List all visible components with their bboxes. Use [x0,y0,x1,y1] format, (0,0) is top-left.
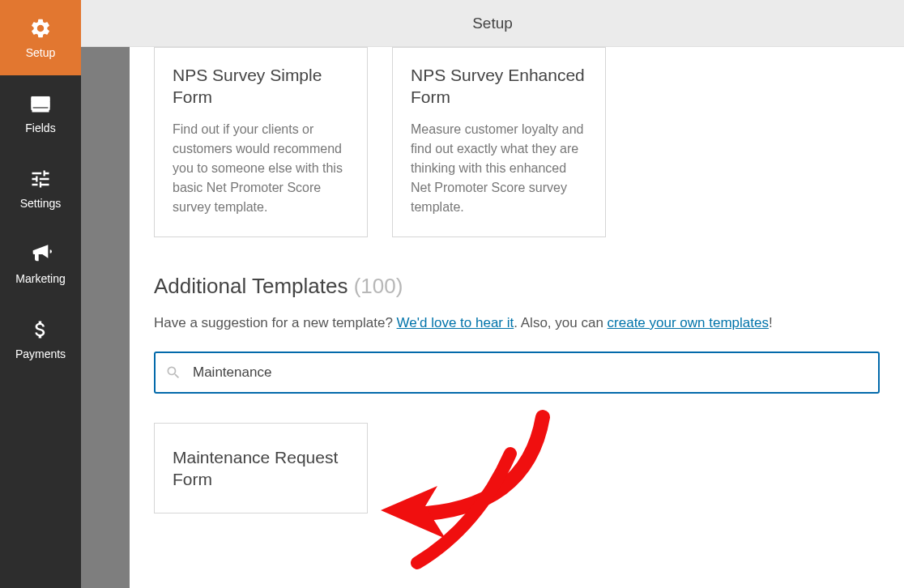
template-card-nps-enhanced[interactable]: NPS Survey Enhanced Form Measure custome… [392,47,606,237]
template-card-nps-simple[interactable]: NPS Survey Simple Form Find out if your … [154,47,368,237]
sidebar-item-fields[interactable]: Fields [0,75,81,151]
sidebar-label: Setup [26,46,56,59]
suggestion-link[interactable]: We'd love to hear it [397,315,514,330]
sidebar-label: Payments [15,347,66,360]
header-bar: Setup [81,0,904,47]
template-row: NPS Survey Simple Form Find out if your … [154,47,880,237]
gear-icon [29,17,52,40]
result-card-maintenance[interactable]: Maintenance Request Form [154,423,368,514]
subtext-suffix: ! [769,315,773,330]
template-title: NPS Survey Simple Form [173,64,349,109]
sidebar-label: Fields [25,121,55,134]
additional-subtext: Have a suggestion for a new template? We… [154,312,880,334]
bullhorn-icon [29,243,52,266]
template-description: Measure customer loyalty and find out ex… [411,120,587,217]
search-wrap [154,352,880,394]
sidebar-label: Settings [20,197,62,210]
search-icon [165,364,181,381]
sidebar-item-settings[interactable]: Settings [0,151,81,226]
result-title: Maintenance Request Form [173,446,349,491]
sidebar-item-setup[interactable]: Setup [0,0,81,75]
template-search-input[interactable] [154,352,880,394]
template-description: Find out if your clients or customers wo… [173,120,349,217]
main-content: NPS Survey Simple Form Find out if your … [130,47,904,588]
sliders-icon [29,168,52,190]
sidebar-item-payments[interactable]: Payments [0,301,81,377]
page-title: Setup [472,15,513,32]
sidebar-label: Marketing [15,272,65,285]
template-title: NPS Survey Enhanced Form [411,64,587,109]
dollar-icon [29,318,52,341]
additional-templates-heading: Additional Templates (100) [154,274,880,299]
list-icon [29,92,52,115]
subtext-mid: . Also, you can [514,315,607,330]
backdrop [81,47,130,588]
create-templates-link[interactable]: create your own templates [608,315,769,330]
subtext-prefix: Have a suggestion for a new template? [154,315,397,330]
sidebar: Setup Fields Settings Marketing Payments [0,0,81,588]
sidebar-item-marketing[interactable]: Marketing [0,226,81,301]
heading-count: (100) [354,274,403,298]
heading-text: Additional Templates [154,274,348,298]
